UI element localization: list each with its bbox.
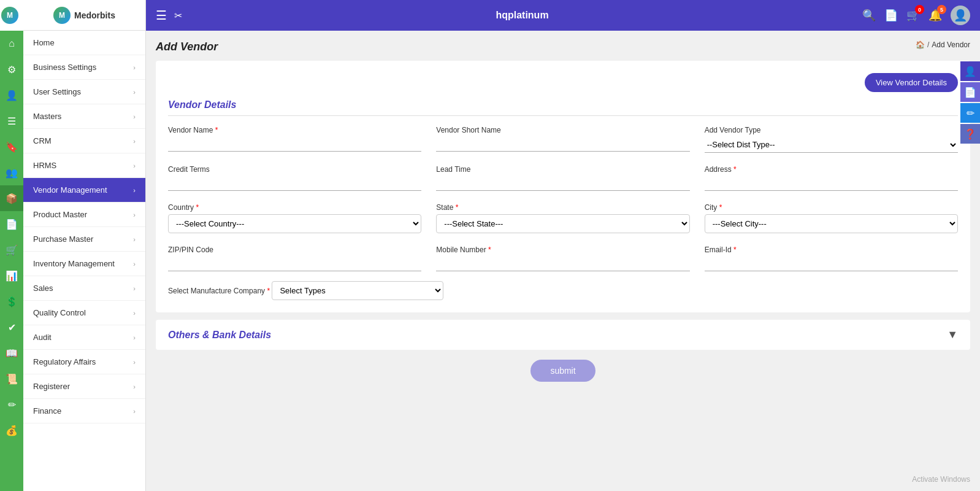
sidebar-item-crm[interactable]: CRM › (23, 129, 145, 153)
email-group: Email-Id * (705, 246, 958, 271)
nav-product-icon[interactable]: 📄 (0, 211, 23, 237)
nav-business-icon[interactable]: ⚙ (0, 56, 23, 82)
sidebar-item-audit[interactable]: Audit › (23, 325, 145, 350)
sidebar-item-hrms[interactable]: HRMS › (23, 153, 145, 178)
right-edit-icon[interactable]: ✏ (960, 103, 980, 123)
sidebar-item-product[interactable]: Product Master › (23, 203, 145, 227)
vendor-short-name-label: Vendor Short Name (436, 126, 689, 134)
nav-user-icon[interactable]: 👤 (0, 82, 23, 108)
nav-inventory-icon[interactable]: 📊 (0, 263, 23, 288)
others-bank-accordion[interactable]: Others & Bank Details ▼ (156, 320, 970, 350)
chevron-icon: › (133, 334, 136, 341)
notif-badge: 5 (937, 5, 946, 14)
right-document-icon[interactable]: 📄 (960, 82, 980, 102)
chevron-icon: › (133, 88, 136, 96)
logo-text-area: M Medorbits (23, 0, 145, 31)
nav-crm-icon[interactable]: 🔖 (0, 134, 23, 160)
sidebar-label-vendor: Vendor Management (33, 185, 107, 195)
nav-quality-icon[interactable]: ✔ (0, 314, 23, 340)
logo-circle: M (53, 7, 71, 24)
address-input[interactable] (705, 176, 958, 191)
vendor-details-title: Vendor Details (168, 99, 958, 116)
cart-badge: 0 (915, 5, 924, 14)
sidebar-item-user[interactable]: User Settings › (23, 80, 145, 104)
header-title: hqplatinum (182, 10, 862, 21)
chevron-icon: › (133, 64, 136, 71)
tools-icon[interactable]: ✂ (174, 10, 182, 21)
activate-windows-text: Activate Windows (912, 475, 970, 484)
logo-area: M (0, 0, 23, 31)
lead-time-label: Lead Time (436, 165, 689, 174)
logo-icon: M (1, 7, 18, 24)
vendor-name-input[interactable] (168, 137, 421, 152)
chevron-icon: › (133, 236, 136, 243)
sidebar-item-masters[interactable]: Masters › (23, 104, 145, 129)
nav-masters-icon[interactable]: ☰ (0, 108, 23, 134)
chevron-icon: › (133, 211, 136, 218)
sidebar-item-quality[interactable]: Quality Control › (23, 301, 145, 325)
vendor-type-select[interactable]: --Select Dist Type-- (705, 137, 958, 153)
state-select[interactable]: ---Select State--- (436, 214, 689, 233)
chevron-icon: › (133, 358, 136, 366)
accordion-chevron-icon: ▼ (947, 328, 958, 341)
city-group: City * ---Select City--- (705, 203, 958, 233)
sidebar-item-home[interactable]: Home (23, 31, 145, 55)
nav-register-icon[interactable]: ✏ (0, 392, 23, 417)
sidebar-item-purchase[interactable]: Purchase Master › (23, 227, 145, 252)
nav-regulatory-icon[interactable]: 📜 (0, 366, 23, 392)
email-input[interactable] (705, 257, 958, 271)
notification-icon[interactable]: 🔔 5 (928, 9, 942, 22)
nav-hrms-icon[interactable]: 👥 (0, 160, 23, 185)
city-select[interactable]: ---Select City--- (705, 214, 958, 233)
nav-home-icon[interactable]: ⌂ (0, 31, 23, 56)
sidebar-item-vendor[interactable]: Vendor Management › (23, 178, 145, 203)
sidebar-label-regulatory: Regulatory Affairs (33, 357, 96, 366)
mobile-input[interactable] (436, 257, 689, 271)
sidebar-label-product: Product Master (33, 210, 87, 219)
credit-terms-input[interactable] (168, 176, 421, 191)
add-vendor-type-label: Add Vendor Type (705, 126, 958, 134)
vendor-details-card: View Vendor Details Vendor Details Vendo… (156, 61, 970, 312)
right-person-icon[interactable]: 👤 (960, 61, 980, 81)
vendor-short-name-group: Vendor Short Name (436, 126, 689, 153)
zip-input[interactable] (168, 257, 421, 271)
nav-purchase-icon[interactable]: 🛒 (0, 237, 23, 263)
sidebar-label-sales: Sales (33, 284, 53, 293)
vendor-name-group: Vendor Name * (168, 126, 421, 153)
breadcrumb-home-icon[interactable]: 🏠 (916, 41, 925, 49)
lead-time-input[interactable] (436, 176, 689, 191)
view-vendor-button[interactable]: View Vendor Details (865, 73, 958, 92)
sidebar-label-register: Registerer (33, 382, 70, 391)
nav-sales-icon[interactable]: 💲 (0, 288, 23, 314)
sidebar-item-inventory[interactable]: Inventory Management › (23, 252, 145, 276)
sidebar-label-hrms: HRMS (33, 161, 56, 170)
vendor-form-grid: Vendor Name * Vendor Short Name Add Vend… (168, 126, 958, 271)
manufacture-section: Select Manufacture Company * Select Type… (168, 281, 958, 300)
hamburger-icon[interactable]: ☰ (156, 8, 167, 23)
zip-label: ZIP/PIN Code (168, 246, 421, 254)
nav-vendor-icon[interactable]: 📦 (0, 185, 23, 211)
sidebar-item-sales[interactable]: Sales › (23, 276, 145, 301)
sidebar-item-regulatory[interactable]: Regulatory Affairs › (23, 350, 145, 374)
country-select[interactable]: ---Select Country--- (168, 214, 421, 233)
country-group: Country * ---Select Country--- (168, 203, 421, 233)
sidebar-item-register[interactable]: Registerer › (23, 374, 145, 399)
sidebar-label-inventory: Inventory Management (33, 259, 115, 268)
chevron-icon: › (133, 309, 136, 317)
search-icon[interactable]: 🔍 (862, 9, 876, 22)
avatar[interactable]: 👤 (951, 6, 970, 25)
nav-finance-icon[interactable]: 💰 (0, 417, 23, 443)
state-group: State * ---Select State--- (436, 203, 689, 233)
manufacture-select[interactable]: Select Types (272, 281, 443, 300)
sidebar-item-finance[interactable]: Finance › (23, 399, 145, 423)
chevron-icon: › (133, 285, 136, 292)
main-content: ☰ ✂ hqplatinum 🔍 📄 🛒 0 🔔 5 👤 🏠 / Add Ven… (146, 0, 980, 491)
right-help-icon[interactable]: ❓ (960, 124, 980, 144)
document-icon[interactable]: 📄 (884, 9, 898, 22)
sidebar-item-business[interactable]: Business Settings › (23, 55, 145, 80)
sidebar-label-business: Business Settings (33, 63, 96, 72)
submit-button[interactable]: submit (530, 360, 595, 382)
nav-audit-icon[interactable]: 📖 (0, 340, 23, 366)
cart-icon[interactable]: 🛒 0 (906, 9, 920, 22)
vendor-short-name-input[interactable] (436, 137, 689, 152)
